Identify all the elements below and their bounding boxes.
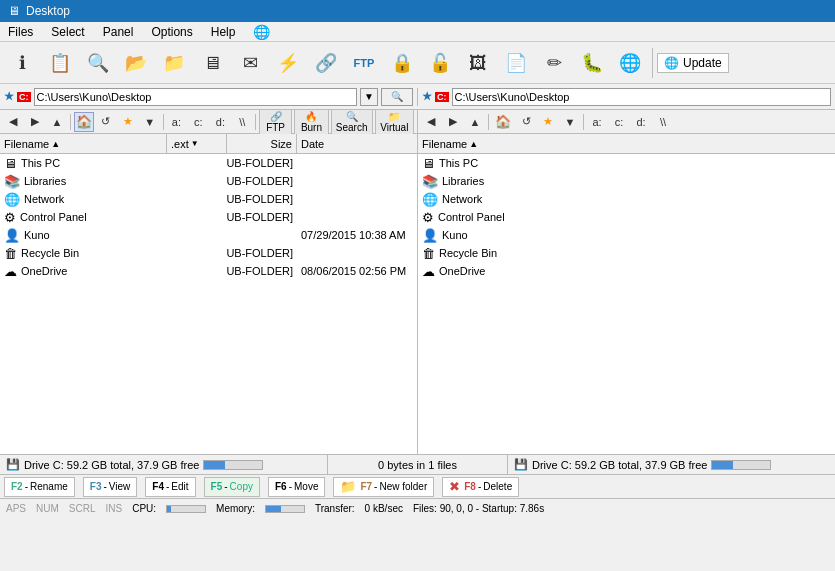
file-icon: 🖥 <box>422 156 435 171</box>
left-nav-dropdown[interactable]: ▼ <box>140 112 160 132</box>
menu-help[interactable]: Help <box>207 25 240 39</box>
right-nav-star[interactable]: ★ <box>538 112 558 132</box>
right-nav-d[interactable]: d: <box>631 112 651 132</box>
right-nav-dropdown[interactable]: ▼ <box>560 112 580 132</box>
toolbar-image-btn[interactable]: 🖼 <box>460 45 496 81</box>
toolbar-bug-btn[interactable]: 🐛 <box>574 45 610 81</box>
table-row[interactable]: 🗑 Recycle Bin <box>418 244 835 262</box>
right-nav-refresh[interactable]: ↺ <box>516 112 536 132</box>
left-col-size[interactable]: Size <box>227 134 297 153</box>
table-row[interactable]: ☁ OneDrive <box>418 262 835 280</box>
f6-action: Move <box>294 481 318 492</box>
left-nav-a[interactable]: a: <box>166 112 186 132</box>
f7-label: - <box>374 481 377 492</box>
toolbar-find-btn[interactable]: 🔍 <box>80 45 116 81</box>
toolbar-open-btn[interactable]: 📂 <box>118 45 154 81</box>
toolbar-ftp-btn[interactable]: FTP <box>346 45 382 81</box>
right-nav-root[interactable]: 🏠 <box>492 112 514 132</box>
table-row[interactable]: ☁ OneDrive [SUB-FOLDER] 08/06/2015 02:56… <box>0 262 417 280</box>
left-file-list[interactable]: 🖥 This PC [SUB-FOLDER] 📚 Libraries [SUB-… <box>0 154 417 454</box>
table-row[interactable]: ⚙ Control Panel [SUB-FOLDER] <box>0 208 417 226</box>
toolbar-globe-btn[interactable]: 🌐 <box>612 45 648 81</box>
caps-indicator: APS <box>6 503 26 514</box>
left-addr-dropdown-btn[interactable]: ▼ <box>360 88 378 106</box>
f4-edit-btn[interactable]: F4 - Edit <box>145 477 195 497</box>
toolbar-edit-btn[interactable]: ✏ <box>536 45 572 81</box>
file-icon: 📚 <box>4 174 20 189</box>
left-addr-search-btn[interactable]: 🔍 <box>381 88 413 106</box>
toolbar-lock-btn[interactable]: 🔒 <box>384 45 420 81</box>
table-row[interactable]: 🖥 This PC [SUB-FOLDER] <box>0 154 417 172</box>
right-col-filename[interactable]: Filename ▲ <box>418 134 835 153</box>
toolbar-doc-btn[interactable]: 📄 <box>498 45 534 81</box>
right-address-input[interactable] <box>452 88 832 106</box>
left-nav-burn[interactable]: 🔥 Burn <box>294 109 329 135</box>
table-row[interactable]: 🖥 This PC <box>418 154 835 172</box>
toolbar-unlock-btn[interactable]: 🔓 <box>422 45 458 81</box>
f8-delete-btn[interactable]: ✖ F8 - Delete <box>442 477 519 497</box>
toolbar-net-btn[interactable]: 🔗 <box>308 45 344 81</box>
right-nav-a[interactable]: a: <box>587 112 607 132</box>
menu-select[interactable]: Select <box>47 25 88 39</box>
left-nav-ftp[interactable]: 🔗 FTP <box>259 109 292 135</box>
right-nav-unc[interactable]: \\ <box>653 112 673 132</box>
table-row[interactable]: 🌐 Network <box>418 190 835 208</box>
toolbar-folder-btn[interactable]: 📁 <box>156 45 192 81</box>
left-nav-unc[interactable]: \\ <box>232 112 252 132</box>
find-icon: 🔍 <box>87 54 109 72</box>
menu-panel[interactable]: Panel <box>99 25 138 39</box>
f2-rename-btn[interactable]: F2 - Rename <box>4 477 75 497</box>
right-nav-forward[interactable]: ▶ <box>443 112 463 132</box>
right-drive-fill <box>712 461 733 469</box>
right-nav-back[interactable]: ◀ <box>421 112 441 132</box>
right-nav-c[interactable]: c: <box>609 112 629 132</box>
table-row[interactable]: 👤 Kuno 07/29/2015 10:38 AM <box>0 226 417 244</box>
toolbar-info-btn[interactable]: ℹ <box>4 45 40 81</box>
left-nav-forward[interactable]: ▶ <box>25 112 45 132</box>
cpu-bar <box>166 505 206 513</box>
file-name: Kuno <box>442 229 468 241</box>
left-col-date[interactable]: Date <box>297 134 417 153</box>
left-address-input[interactable] <box>34 88 358 106</box>
right-nav-up[interactable]: ▲ <box>465 112 485 132</box>
mail-icon: ✉ <box>243 54 258 72</box>
table-row[interactable]: 👤 Kuno <box>418 226 835 244</box>
table-row[interactable]: 🌐 Network [SUB-FOLDER] <box>0 190 417 208</box>
toolbar-copy-btn[interactable]: 📋 <box>42 45 78 81</box>
f5-copy-btn[interactable]: F5 - Copy <box>204 477 260 497</box>
left-nav-virtual[interactable]: 📁 Virtual <box>375 109 414 135</box>
left-nav-up[interactable]: ▲ <box>47 112 67 132</box>
f8-action: Delete <box>483 481 512 492</box>
left-col-ext[interactable]: .ext ▼ <box>167 134 227 153</box>
left-nav-refresh[interactable]: ↺ <box>96 112 116 132</box>
menu-files[interactable]: Files <box>4 25 37 39</box>
memory-fill <box>266 506 281 512</box>
toolbar-mail-btn[interactable]: ✉ <box>232 45 268 81</box>
toolbar-fast-btn[interactable]: ⚡ <box>270 45 306 81</box>
f3-view-btn[interactable]: F3 - View <box>83 477 138 497</box>
table-row[interactable]: ⚙ Control Panel <box>418 208 835 226</box>
file-icon: 🌐 <box>422 192 438 207</box>
left-nav-c[interactable]: c: <box>188 112 208 132</box>
toolbar-update-btn[interactable]: 🌐 Update <box>657 53 729 73</box>
left-col-filename[interactable]: Filename ▲ <box>0 134 167 153</box>
left-nav-search[interactable]: 🔍 Search <box>331 109 373 135</box>
file-name: Control Panel <box>438 211 505 223</box>
left-nav-back[interactable]: ◀ <box>3 112 23 132</box>
table-row[interactable]: 📚 Libraries [SUB-FOLDER] <box>0 172 417 190</box>
f6-move-btn[interactable]: F6 - Move <box>268 477 325 497</box>
left-nav-star[interactable]: ★ <box>118 112 138 132</box>
left-nav-d[interactable]: d: <box>210 112 230 132</box>
f7-newfolder-btn[interactable]: 📁 F7 - New folder <box>333 477 434 497</box>
nav-sep3 <box>255 114 256 130</box>
table-row[interactable]: 📚 Libraries <box>418 172 835 190</box>
screen-icon: 🖥 <box>203 54 221 72</box>
file-name: OneDrive <box>21 265 67 277</box>
left-nav-root[interactable]: 🏠 <box>74 112 94 132</box>
file-icon: 📚 <box>422 174 438 189</box>
menu-options[interactable]: Options <box>147 25 196 39</box>
right-file-list[interactable]: 🖥 This PC 📚 Libraries 🌐 Network <box>418 154 835 454</box>
table-row[interactable]: 🗑 Recycle Bin [SUB-FOLDER] <box>0 244 417 262</box>
toolbar-screen-btn[interactable]: 🖥 <box>194 45 230 81</box>
f2-label: - <box>25 481 28 492</box>
